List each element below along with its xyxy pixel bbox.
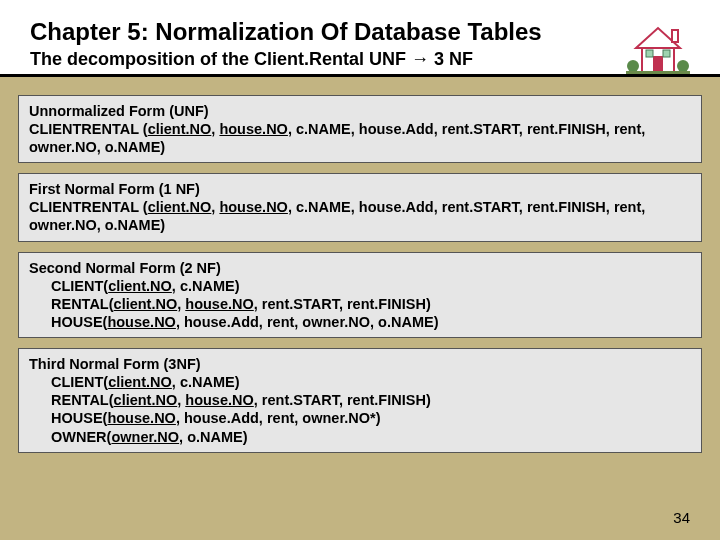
unf-heading: Unnormalized Form (UNF): [29, 102, 691, 120]
nf2-client: CLIENT(client.NO, c.NAME): [29, 277, 691, 295]
nf1-box: First Normal Form (1 NF) CLIENTRENTAL (c…: [18, 173, 702, 241]
nf3-owner: OWNER(owner.NO, o.NAME): [29, 428, 691, 446]
nf3-house: HOUSE(house.NO, house.Add, rent, owner.N…: [29, 409, 691, 427]
content-area: Unnormalized Form (UNF) CLIENTRENTAL (cl…: [0, 77, 720, 453]
nf1-heading: First Normal Form (1 NF): [29, 180, 691, 198]
nf2-heading: Second Normal Form (2 NF): [29, 259, 691, 277]
unf-line2: owner.NO, o.NAME): [29, 138, 691, 156]
svg-rect-5: [663, 50, 670, 57]
unf-pk2: house.NO: [219, 121, 287, 137]
nf3-rental: RENTAL(client.NO, house.NO, rent.START, …: [29, 391, 691, 409]
unf-box: Unnormalized Form (UNF) CLIENTRENTAL (cl…: [18, 95, 702, 163]
nf1-pk2: house.NO: [219, 199, 287, 215]
chapter-title: Chapter 5: Normalization Of Database Tab…: [30, 18, 710, 47]
svg-point-7: [677, 60, 689, 72]
svg-point-6: [627, 60, 639, 72]
svg-rect-2: [672, 30, 678, 42]
nf1-line2: owner.NO, o.NAME): [29, 216, 691, 234]
unf-pk1: client.NO: [148, 121, 212, 137]
nf3-heading: Third Normal Form (3NF): [29, 355, 691, 373]
nf2-house: HOUSE(house.NO, house.Add, rent, owner.N…: [29, 313, 691, 331]
svg-rect-8: [626, 71, 690, 74]
house-icon: [626, 22, 690, 80]
nf3-box: Third Normal Form (3NF) CLIENT(client.NO…: [18, 348, 702, 453]
nf1-line1: CLIENTRENTAL (client.NO, house.NO, c.NAM…: [29, 198, 691, 216]
chapter-subtitle: The decomposition of the Client.Rental U…: [30, 49, 710, 70]
page-number: 34: [673, 509, 690, 526]
svg-rect-4: [646, 50, 653, 57]
slide-header: Chapter 5: Normalization Of Database Tab…: [0, 0, 720, 77]
nf2-box: Second Normal Form (2 NF) CLIENT(client.…: [18, 252, 702, 339]
unf-line1: CLIENTRENTAL (client.NO, house.NO, c.NAM…: [29, 120, 691, 138]
nf2-rental: RENTAL(client.NO, house.NO, rent.START, …: [29, 295, 691, 313]
nf3-client: CLIENT(client.NO, c.NAME): [29, 373, 691, 391]
nf1-pk1: client.NO: [148, 199, 212, 215]
slide: Chapter 5: Normalization Of Database Tab…: [0, 0, 720, 540]
svg-rect-3: [653, 56, 663, 72]
